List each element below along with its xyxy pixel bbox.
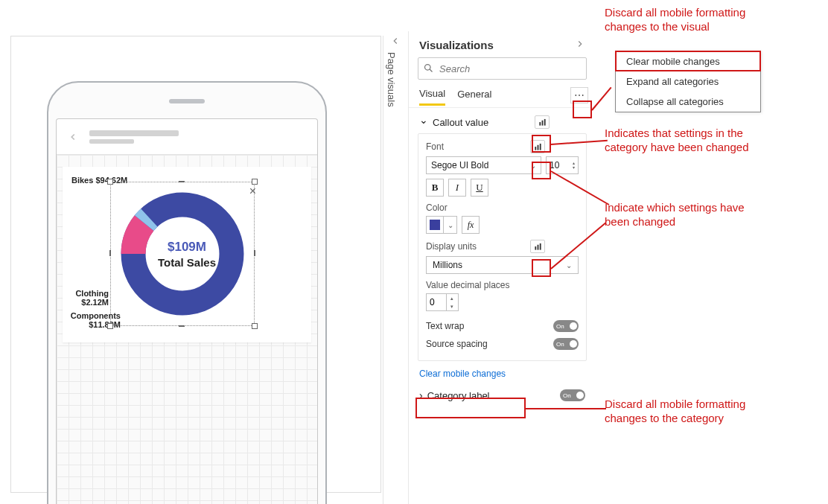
svg-point-3 [425,65,431,71]
italic-button[interactable]: I [448,179,466,197]
svg-rect-7 [544,118,545,125]
decimal-places-input[interactable]: ▴▾ [426,293,459,311]
svg-rect-5 [539,122,541,126]
svg-rect-10 [539,143,541,150]
resize-handle[interactable] [107,323,113,329]
resize-handle[interactable] [179,181,185,182]
source-spacing-toggle[interactable]: On [553,338,579,350]
pane-title: Visualizations [419,39,494,51]
annotation-text: Indicate which settings have been change… [605,201,768,229]
search-input[interactable] [418,57,587,80]
menu-collapse-all[interactable]: Collapse all categories [616,92,760,112]
tab-general[interactable]: General [457,89,491,104]
page-visuals-tab[interactable]: Page visuals [386,52,397,107]
phone-screen: Bikes $94.62M Clothing $2.12M Components… [56,118,318,504]
font-size-input[interactable]: 10 ▴▾ [546,156,579,174]
color-value [430,220,440,230]
display-units-select[interactable]: Millions⌄ [426,256,579,274]
callout-settings: Font Segoe UI Bold⌄ 10 ▴▾ B I U [418,133,587,361]
decimal-places-label: Value decimal places [426,280,579,290]
chevron-right-icon [419,389,423,401]
svg-rect-12 [537,244,538,249]
design-canvas: Bikes $94.62M Clothing $2.12M Components… [10,36,381,493]
layout-grid[interactable]: Bikes $94.62M Clothing $2.12M Components… [57,155,317,504]
phone-speaker [169,99,205,103]
resize-handle[interactable] [254,250,255,256]
source-spacing-label: Source spacing [426,339,488,349]
annotation-text: Discard all mobile formatting changes to… [605,6,776,34]
resize-handle[interactable] [107,179,113,185]
color-dropdown[interactable]: ⌄ [444,216,457,234]
mobile-frame: Bikes $94.62M Clothing $2.12M Components… [47,81,327,504]
data-label-clothing: Clothing $2.12M [69,289,109,307]
bold-button[interactable]: B [426,179,444,197]
underline-button[interactable]: U [471,179,488,197]
changed-indicator-icon [530,140,545,153]
donut-visual[interactable]: Bikes $94.62M Clothing $2.12M Components… [63,167,311,342]
remove-visual-icon[interactable]: × [249,185,256,198]
svg-line-4 [430,69,432,71]
pane-divider [383,36,383,504]
category-category-label[interactable]: Category label On [409,382,596,409]
svg-rect-8 [535,147,536,150]
chevron-down-icon [419,116,428,128]
text-wrap-label: Text wrap [426,321,464,331]
search-icon [423,63,434,76]
resize-handle[interactable] [252,179,258,185]
annotation-text: Indicates that settings in the category … [605,127,776,155]
app-header [57,119,317,155]
resize-handle[interactable] [252,323,258,329]
display-units-label: Display units [426,241,477,252]
color-swatch[interactable] [426,216,444,234]
resize-handle[interactable] [179,325,185,327]
menu-expand-all[interactable]: Expand all categories [616,71,760,92]
title-placeholder [89,130,179,144]
changed-indicator-icon [530,240,545,253]
svg-rect-13 [539,243,541,249]
svg-rect-9 [537,144,538,150]
more-options-button[interactable]: ⋯ [570,87,588,103]
category-label-toggle[interactable]: On [560,389,585,401]
clear-mobile-changes-link[interactable]: Clear mobile changes [409,361,596,382]
svg-rect-11 [535,246,536,250]
font-label: Font [426,141,444,152]
category-callout-value[interactable]: Callout value [409,108,596,133]
menu-clear-mobile-changes[interactable]: Clear mobile changes [616,51,760,71]
text-wrap-toggle[interactable]: On [553,320,579,332]
collapse-pane-icon[interactable] [390,36,401,48]
expand-pane-icon[interactable] [575,39,585,51]
back-icon[interactable] [64,128,82,146]
tab-visual[interactable]: Visual [419,88,445,106]
selection-frame: × [110,182,255,326]
font-family-select[interactable]: Segoe UI Bold⌄ [426,156,541,174]
fx-button[interactable]: fx [462,216,480,234]
annotation-text: Discard all mobile formatting changes to… [605,398,776,426]
resize-handle[interactable] [109,250,111,256]
changed-indicator-icon [535,115,550,129]
visualizations-pane: Visualizations Visual General ⋯ Callout … [408,31,596,504]
svg-rect-6 [541,120,543,125]
color-label: Color [426,202,579,213]
more-options-menu: Clear mobile changes Expand all categori… [615,51,761,112]
